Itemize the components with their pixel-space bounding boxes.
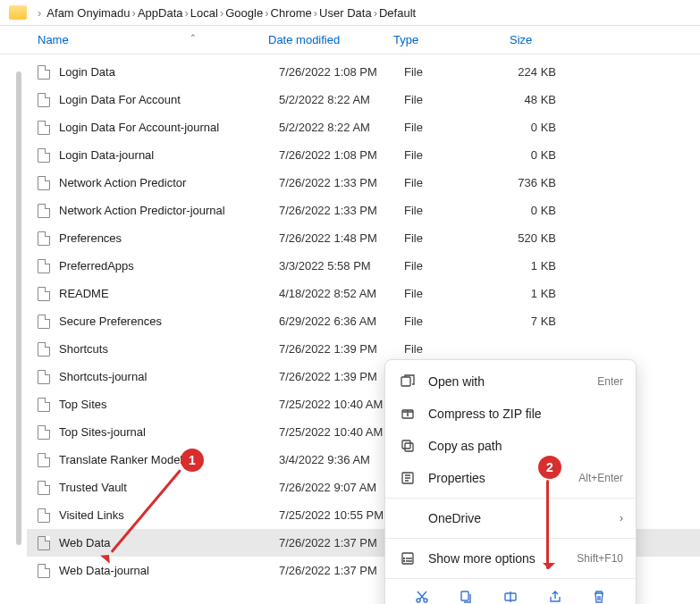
file-name: Visited Links xyxy=(59,508,279,522)
chevron-right-icon[interactable]: › xyxy=(131,6,138,20)
context-menu: Open with Enter Compress to ZIP file Cop… xyxy=(384,359,637,604)
breadcrumb-item[interactable]: User Data xyxy=(319,6,372,20)
file-row[interactable]: Login Data7/26/2022 1:08 PMFile224 KB xyxy=(27,58,700,86)
file-name: Network Action Predictor-journal xyxy=(59,204,279,217)
file-type: File xyxy=(404,287,485,300)
svg-rect-2 xyxy=(402,440,410,449)
file-row[interactable]: Secure Preferences6/29/2022 6:36 AMFile7… xyxy=(27,307,700,335)
file-type: File xyxy=(404,204,485,217)
file-date: 5/2/2022 8:22 AM xyxy=(279,93,404,106)
onedrive-icon xyxy=(398,510,417,526)
file-date: 3/3/2022 5:58 PM xyxy=(279,259,404,273)
file-icon xyxy=(38,425,50,440)
file-type: File xyxy=(404,231,485,245)
svg-rect-10 xyxy=(461,591,468,600)
file-size: 736 KB xyxy=(485,176,556,189)
file-row[interactable]: Login Data For Account-journal5/2/2022 8… xyxy=(27,113,700,141)
zip-icon xyxy=(398,406,417,422)
file-name: Top Sites xyxy=(59,398,279,411)
svg-rect-3 xyxy=(405,443,413,451)
chevron-right-icon[interactable]: › xyxy=(312,6,319,20)
breadcrumb-item[interactable]: Default xyxy=(379,6,416,20)
file-size: 224 KB xyxy=(485,65,556,79)
file-name: Web Data-journal xyxy=(59,564,279,577)
column-type[interactable]: Type xyxy=(393,33,510,46)
file-name: Login Data For Account-journal xyxy=(59,121,279,134)
breadcrumb-item[interactable]: Chrome xyxy=(271,6,312,20)
file-icon xyxy=(38,481,50,495)
chevron-right-icon[interactable]: › xyxy=(36,6,43,20)
copy-icon[interactable] xyxy=(453,586,478,604)
file-size: 520 KB xyxy=(485,231,556,245)
rename-icon[interactable] xyxy=(498,586,523,604)
file-row[interactable]: PreferredApps3/3/2022 5:58 PMFile1 KB xyxy=(27,252,700,280)
file-type: File xyxy=(404,148,485,162)
svg-point-7 xyxy=(404,561,405,562)
menu-properties[interactable]: Properties Alt+Enter xyxy=(385,462,636,494)
file-size: 7 KB xyxy=(485,315,556,328)
file-icon xyxy=(38,315,50,329)
breadcrumb-item[interactable]: Google xyxy=(225,6,263,20)
chevron-right-icon[interactable]: › xyxy=(263,6,270,20)
file-type: File xyxy=(404,176,485,189)
file-row[interactable]: Network Action Predictor-journal7/26/202… xyxy=(27,197,700,224)
menu-open-with[interactable]: Open with Enter xyxy=(385,365,636,398)
file-type: File xyxy=(404,315,485,328)
breadcrumb-item[interactable]: Local xyxy=(190,6,218,20)
file-date: 7/26/2022 1:08 PM xyxy=(279,65,404,79)
file-name: README xyxy=(59,287,279,300)
file-row[interactable]: Preferences7/26/2022 1:48 PMFile520 KB xyxy=(27,224,700,252)
file-icon xyxy=(38,148,50,163)
breadcrumb-item[interactable]: AppData xyxy=(138,6,183,20)
breadcrumb-bar[interactable]: › Afam Onyimadu›AppData›Local›Google›Chr… xyxy=(0,0,700,26)
file-date: 7/26/2022 1:48 PM xyxy=(279,231,404,245)
file-icon xyxy=(38,93,50,107)
file-row[interactable]: Network Action Predictor7/26/2022 1:33 P… xyxy=(27,169,700,197)
menu-separator xyxy=(385,498,636,499)
column-name[interactable]: Name⌃ xyxy=(38,33,268,46)
file-row[interactable]: README4/18/2022 8:52 AMFile1 KB xyxy=(27,280,700,307)
chevron-right-icon[interactable]: › xyxy=(218,6,225,20)
breadcrumb-item[interactable]: Afam Onyimadu xyxy=(46,6,130,20)
file-name: Secure Preferences xyxy=(59,315,279,328)
column-header-row: Name⌃ Date modified Type Size xyxy=(0,26,700,55)
share-icon[interactable] xyxy=(543,586,568,604)
file-row[interactable]: Login Data For Account5/2/2022 8:22 AMFi… xyxy=(27,86,700,113)
cut-icon[interactable] xyxy=(409,586,434,604)
column-size[interactable]: Size xyxy=(510,33,599,46)
menu-action-row xyxy=(385,578,636,604)
menu-copy-path[interactable]: Copy as path xyxy=(385,430,636,462)
file-date: 5/2/2022 8:22 AM xyxy=(279,121,404,134)
chevron-right-icon[interactable]: › xyxy=(372,6,379,20)
file-type: File xyxy=(404,93,485,106)
chevron-right-icon[interactable]: › xyxy=(182,6,190,20)
file-date: 7/26/2022 1:33 PM xyxy=(279,176,404,189)
file-icon xyxy=(38,231,50,246)
file-size: 1 KB xyxy=(485,259,556,273)
menu-onedrive[interactable]: OneDrive › xyxy=(385,502,636,534)
column-date[interactable]: Date modified xyxy=(268,33,393,46)
scrollbar[interactable] xyxy=(16,71,21,545)
file-icon xyxy=(38,204,50,218)
file-icon xyxy=(38,508,50,523)
file-type: File xyxy=(404,65,485,79)
file-icon xyxy=(38,398,50,412)
file-icon xyxy=(38,453,50,467)
folder-icon xyxy=(9,5,27,20)
file-size: 0 KB xyxy=(485,121,556,134)
file-icon xyxy=(38,342,50,357)
annotation-arrow-2 xyxy=(546,480,549,569)
annotation-arrowhead-2 xyxy=(543,563,555,575)
menu-show-more[interactable]: Show more options Shift+F10 xyxy=(385,542,636,575)
menu-compress-zip[interactable]: Compress to ZIP file xyxy=(385,398,636,430)
file-name: Shortcuts xyxy=(59,342,279,356)
delete-icon[interactable] xyxy=(586,586,611,604)
file-icon xyxy=(38,536,50,550)
file-date: 4/18/2022 8:52 AM xyxy=(279,287,404,300)
file-type: File xyxy=(404,121,485,134)
file-date: 7/26/2022 1:33 PM xyxy=(279,204,404,217)
file-date: 7/26/2022 1:39 PM xyxy=(279,342,404,356)
file-icon xyxy=(38,259,50,273)
file-row[interactable]: Login Data-journal7/26/2022 1:08 PMFile0… xyxy=(27,141,700,169)
file-icon xyxy=(38,564,50,578)
